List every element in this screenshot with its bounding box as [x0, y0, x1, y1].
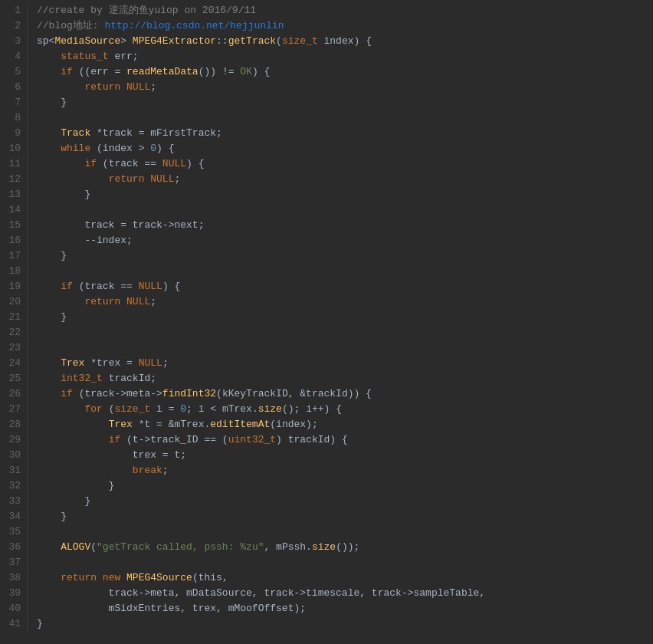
- token-keyword: size_t: [114, 403, 150, 415]
- token-plain: sp<: [37, 35, 54, 47]
- code-line: if (track == NULL) {: [37, 279, 644, 294]
- token-keyword: status_t: [61, 51, 108, 62]
- code-line: }: [37, 494, 644, 509]
- token-plain: ;: [150, 296, 156, 307]
- line-number: 34: [6, 509, 21, 524]
- token-plain: *t = &mTrex.: [133, 419, 210, 430]
- token-plain: [37, 465, 133, 476]
- code-line: return NULL;: [37, 172, 644, 187]
- code-line: track = track->next;: [37, 218, 644, 233]
- token-plain: }: [37, 511, 67, 522]
- token-plain: [37, 296, 84, 307]
- token-plain: [37, 158, 84, 169]
- code-line: }: [37, 248, 644, 264]
- line-number: 8: [6, 110, 21, 126]
- token-plain: ) {: [186, 158, 204, 169]
- token-class: MPEG4Source: [126, 572, 192, 583]
- code-line: track->meta, mDataSource, track->timesca…: [37, 586, 644, 601]
- code-line: [37, 202, 644, 218]
- code-line: trex = t;: [37, 448, 644, 463]
- token-plain: ::: [216, 35, 228, 47]
- token-plain: }: [37, 189, 90, 200]
- line-number: 33: [6, 494, 21, 509]
- token-comment: //create by 逆流的鱼yuiop on 2016/9/11: [37, 5, 256, 16]
- token-keyword: return: [84, 81, 120, 93]
- token-plain: ) {: [156, 143, 174, 154]
- token-number: 0: [180, 403, 186, 415]
- token-func: editItemAt: [210, 419, 270, 430]
- token-keyword: size_t: [282, 35, 318, 47]
- line-number: 10: [6, 141, 21, 156]
- line-number: 37: [6, 555, 21, 570]
- line-number: 40: [6, 601, 21, 616]
- token-keyword: NULL: [139, 357, 162, 369]
- line-number: 18: [6, 264, 21, 279]
- token-plain: (this,: [192, 572, 228, 583]
- line-number: 5: [6, 64, 21, 80]
- token-plain: trackId;: [103, 373, 156, 384]
- token-plain: (t->track_ID == (: [120, 434, 228, 445]
- token-keyword: while: [61, 143, 90, 154]
- code-line: }: [37, 616, 644, 632]
- token-plain: [120, 572, 126, 583]
- token-plain: [37, 403, 84, 415]
- code-line: if ((err = readMetaData()) != OK) {: [37, 64, 644, 80]
- line-number: 38: [6, 570, 21, 586]
- token-func: findInt32: [162, 388, 216, 399]
- line-number: 6: [6, 80, 21, 95]
- line-number: 28: [6, 417, 21, 432]
- token-class: Track: [61, 127, 90, 139]
- code-line: }: [37, 509, 644, 524]
- code-line: if (track == NULL) {: [37, 156, 644, 172]
- code-line: }: [37, 478, 644, 494]
- token-plain: }: [37, 480, 114, 491]
- token-plain: ;: [162, 465, 169, 476]
- token-ok: OK: [240, 66, 252, 77]
- line-number: 27: [6, 402, 21, 417]
- line-number: 36: [6, 540, 21, 555]
- code-line: return new MPEG4Source(this,: [37, 570, 644, 586]
- token-func: readMetaData: [126, 66, 199, 77]
- token-plain: (index);: [270, 419, 317, 430]
- code-line: }: [37, 187, 644, 202]
- code-viewer: 1234567891011121314151617181920212223242…: [0, 0, 653, 635]
- token-plain: }: [37, 311, 67, 323]
- token-plain: ) trackId) {: [276, 434, 348, 445]
- token-number: 0: [150, 143, 156, 154]
- code-line: [37, 325, 644, 340]
- code-line: status_t err;: [37, 49, 644, 64]
- token-class: Trex: [61, 357, 84, 369]
- code-line: [37, 524, 644, 540]
- token-plain: [120, 81, 126, 93]
- token-plain: (: [103, 403, 115, 415]
- line-number: 20: [6, 294, 21, 310]
- token-plain: i =: [150, 403, 180, 415]
- code-line: mSidxEntries, trex, mMoofOffset);: [37, 601, 644, 616]
- line-number: 35: [6, 524, 21, 540]
- line-number: 2: [6, 18, 21, 34]
- token-keyword: NULL: [162, 158, 186, 169]
- token-plain: ((err =: [73, 66, 126, 77]
- code-line: //create by 逆流的鱼yuiop on 2016/9/11: [37, 3, 644, 18]
- token-plain: (track ==: [73, 281, 139, 292]
- code-line: for (size_t i = 0; i < mTrex.size(); i++…: [37, 402, 644, 417]
- token-func: getTrack: [228, 35, 276, 47]
- token-plain: --index;: [37, 235, 133, 246]
- token-keyword: if: [61, 66, 73, 77]
- token-plain: *track =: [90, 127, 150, 139]
- token-keyword: return: [84, 296, 120, 307]
- token-plain: ()) !=: [199, 66, 241, 77]
- token-plain: }: [37, 97, 67, 108]
- token-func: size: [258, 403, 282, 415]
- token-keyword: if: [61, 281, 73, 292]
- code-line: Trex *t = &mTrex.editItemAt(index);: [37, 417, 644, 432]
- line-number: 19: [6, 279, 21, 294]
- token-keyword: NULL: [150, 173, 174, 185]
- code-line: return NULL;: [37, 294, 644, 310]
- line-number: 4: [6, 49, 21, 64]
- token-keyword: if: [84, 158, 97, 169]
- token-plain: (: [276, 35, 282, 47]
- line-number: 25: [6, 371, 21, 386]
- code-line: sp<MediaSource> MPEG4Extractor::getTrack…: [37, 34, 644, 49]
- line-numbers: 1234567891011121314151617181920212223242…: [0, 3, 28, 632]
